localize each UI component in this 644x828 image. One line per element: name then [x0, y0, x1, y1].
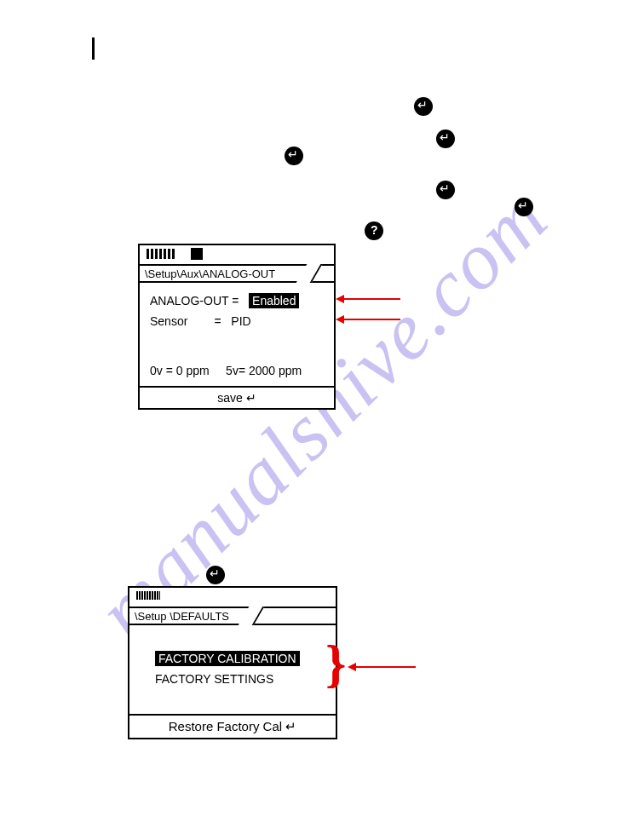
barcode-icon	[136, 591, 160, 600]
device-screen-defaults: \Setup \DEFAULTS FACTORY CALIBRATION FAC…	[128, 586, 337, 739]
brace-icon: }	[325, 637, 346, 690]
zero-volt-label: 0v = 0 ppm	[150, 364, 210, 377]
equals: =	[214, 314, 221, 328]
text-cursor	[92, 37, 95, 60]
device-screen-analog-out: \Setup\Aux\ANALOG-OUT ANALOG-OUT = Enabl…	[138, 244, 336, 410]
enter-icon	[436, 129, 455, 148]
sensor-value[interactable]: PID	[231, 314, 250, 328]
five-volt-label: 5v= 2000 ppm	[226, 364, 302, 377]
breadcrumb: \Setup \DEFAULTS	[135, 610, 234, 623]
restore-button[interactable]: Restore Factory Cal ↵	[129, 714, 336, 738]
question-icon	[365, 221, 383, 240]
enter-icon	[515, 198, 533, 216]
enter-icon	[436, 181, 455, 199]
analog-out-value[interactable]: Enabled	[249, 293, 299, 308]
battery-icon	[147, 249, 175, 259]
enter-icon	[285, 147, 303, 165]
stop-icon	[191, 248, 203, 260]
save-button[interactable]: save ↵	[140, 386, 334, 408]
analog-out-label: ANALOG-OUT	[150, 294, 228, 308]
enter-icon	[206, 566, 225, 584]
enter-icon	[414, 97, 433, 116]
callout-arrow	[344, 298, 400, 300]
callout-arrow	[356, 666, 416, 668]
callout-arrow	[344, 319, 400, 320]
equals: =	[232, 294, 239, 308]
sensor-label: Sensor	[150, 314, 187, 328]
breadcrumb: \Setup\Aux\ANALOG-OUT	[145, 267, 280, 280]
menu-item-factory-calibration[interactable]: FACTORY CALIBRATION	[155, 651, 300, 666]
menu-item-factory-settings[interactable]: FACTORY SETTINGS	[155, 672, 273, 686]
